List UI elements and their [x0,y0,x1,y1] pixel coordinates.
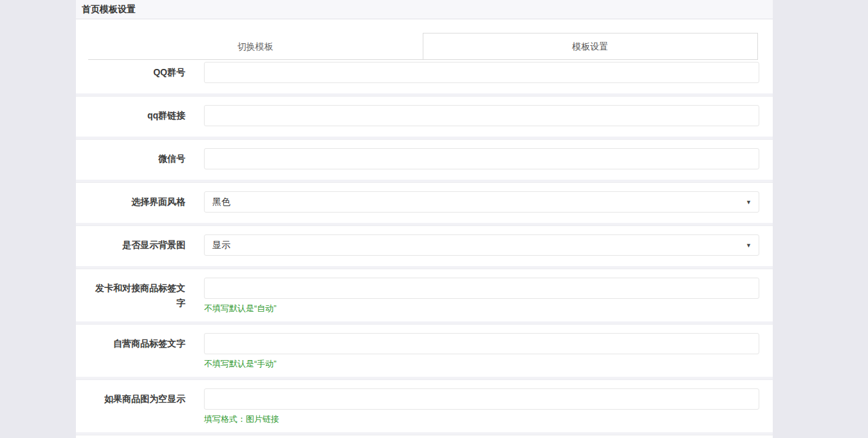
ui-style-select[interactable]: 黑色▼ [204,191,759,213]
form-row-show-background-image: 是否显示背景图显示▼ [76,226,773,266]
form-row-ui-style: 选择界面风格黑色▼ [76,183,773,223]
form-row-qq-group-link: qq群链接 [76,97,773,137]
tab-template-settings[interactable]: 模板设置 [423,33,759,59]
show-background-image-select-value: 显示 [212,240,230,250]
empty-product-image-field: 填写格式：图片链接 [204,388,759,424]
ui-style-label: 选择界面风格 [91,191,185,213]
row-divider [76,432,773,435]
empty-product-image-label: 如果商品图为空显示 [91,388,185,424]
settings-form: QQ群号qq群链接微信号选择界面风格黑色▼是否显示背景图显示▼发卡和对接商品标签… [76,60,773,435]
faka-product-label-text-hint: 不填写默认是“自动” [204,303,759,314]
qq-group-number-label: QQ群号 [91,62,185,83]
page-title: 首页模板设置 [76,0,773,19]
show-background-image-select[interactable]: 显示▼ [204,234,759,256]
content-panel: 首页模板设置 切换模板 模板设置 QQ群号qq群链接微信号选择界面风格黑色▼是否… [76,0,773,438]
faka-product-label-text-field: 不填写默认是“自动” [204,278,759,314]
page-title-text: 首页模板设置 [82,4,136,14]
show-background-image-field: 显示▼ [204,234,759,256]
self-product-label-text-hint: 不填写默认是“手动” [204,358,759,369]
form-row-self-product-label-text: 自营商品标签文字不填写默认是“手动” [76,325,773,377]
chevron-down-icon: ▼ [746,192,752,213]
show-background-image-label: 是否显示背景图 [91,234,185,256]
form-row-faka-product-label-text: 发卡和对接商品标签文字不填写默认是“自动” [76,269,773,321]
form-row-wechat-id: 微信号 [76,140,773,180]
self-product-label-text-input[interactable] [204,333,759,354]
ui-style-select-value: 黑色 [212,196,230,207]
empty-product-image-input[interactable] [204,388,759,410]
self-product-label-text-label: 自营商品标签文字 [91,333,185,369]
tab-bar: 切换模板 模板设置 [88,33,758,60]
wechat-id-field [204,148,759,169]
self-product-label-text-field: 不填写默认是“手动” [204,333,759,369]
qq-group-number-input[interactable] [204,62,759,83]
form-row-qq-group-number: QQ群号 [76,60,773,93]
ui-style-field: 黑色▼ [204,191,759,213]
qq-group-link-input[interactable] [204,105,759,126]
qq-group-link-field [204,105,759,126]
chevron-down-icon: ▼ [746,235,752,256]
empty-product-image-hint: 填写格式：图片链接 [204,414,759,424]
tab-switch-template[interactable]: 切换模板 [88,33,423,59]
wechat-id-label: 微信号 [91,148,185,169]
wechat-id-input[interactable] [204,148,759,169]
form-row-empty-product-image: 如果商品图为空显示填写格式：图片链接 [76,380,773,432]
qq-group-link-label: qq群链接 [91,105,185,126]
qq-group-number-field [204,62,759,83]
faka-product-label-text-label: 发卡和对接商品标签文字 [91,278,185,314]
faka-product-label-text-input[interactable] [204,278,759,299]
